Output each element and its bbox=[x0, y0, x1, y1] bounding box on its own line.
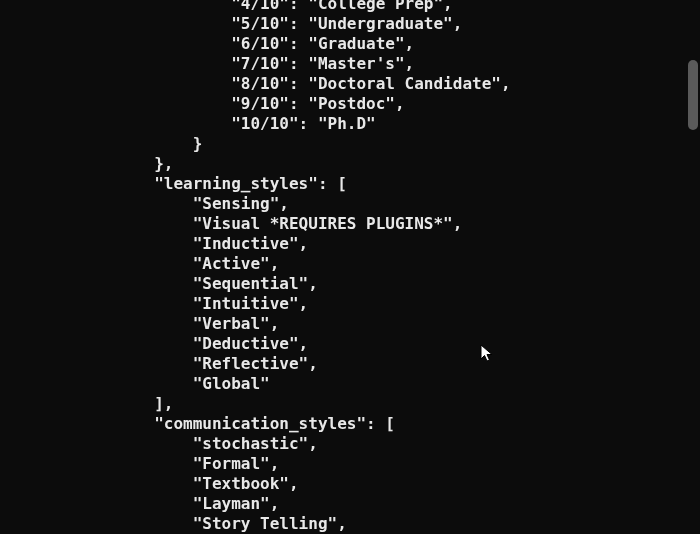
code-block: "4/10": "College Prep", "5/10": "Undergr… bbox=[0, 0, 511, 534]
scrollbar-thumb[interactable] bbox=[688, 60, 698, 130]
code-viewport: "4/10": "College Prep", "5/10": "Undergr… bbox=[0, 0, 700, 534]
scrollbar-track[interactable] bbox=[688, 0, 698, 534]
